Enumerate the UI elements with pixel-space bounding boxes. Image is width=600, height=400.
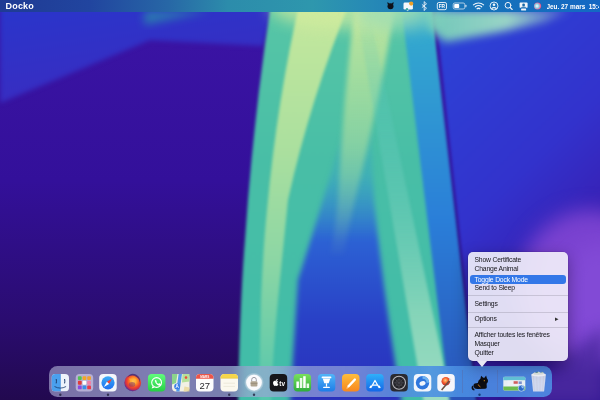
- svg-text:tv: tv: [279, 380, 285, 387]
- svg-text:FR: FR: [439, 4, 446, 9]
- svg-text:MARS: MARS: [200, 375, 209, 379]
- svg-text:27: 27: [199, 380, 210, 391]
